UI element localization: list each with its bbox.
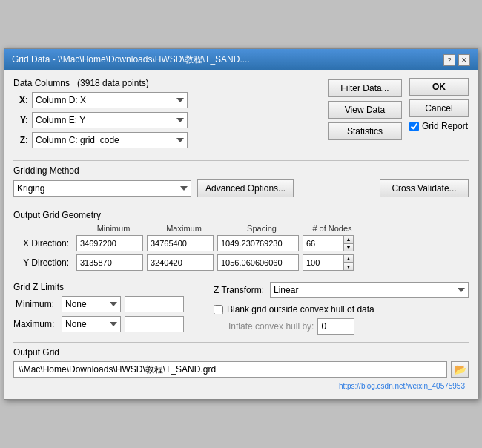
max-header: Maximum <box>151 224 217 233</box>
y-column-select[interactable]: Column E: Y <box>32 112 188 128</box>
gridding-method-row: Kriging Advanced Options... Cross Valida… <box>13 179 469 197</box>
x-direction-row: X Direction: ▲ ▼ <box>13 235 469 251</box>
x-nodes-container: ▲ ▼ <box>303 235 354 251</box>
y-max-input[interactable] <box>147 254 214 271</box>
z-limits-section: Grid Z Limits Minimum: None Maximum: Non… <box>13 282 206 336</box>
z-column-select[interactable]: Column C: grid_code <box>32 132 188 148</box>
output-grid-row: 📂 <box>13 361 469 378</box>
x-direction-label: X Direction: <box>13 238 73 248</box>
x-nodes-input[interactable] <box>303 235 343 251</box>
ok-button[interactable]: OK <box>409 78 469 96</box>
right-buttons: OK Cancel Grid Report <box>409 78 469 156</box>
x-row: X: Column D: X <box>13 92 320 108</box>
z-transform-row: Z Transform: Linear <box>214 282 469 298</box>
gridding-method-label: Gridding Method <box>13 165 469 176</box>
y-direction-label: Y Direction: <box>13 257 73 268</box>
y-nodes-spinner: ▲ ▼ <box>343 254 354 271</box>
top-area: Data Columns (3918 data points) X: Colum… <box>13 78 469 156</box>
grid-report-row: Grid Report <box>409 121 469 131</box>
gridding-method-section: Gridding Method Kriging Advanced Options… <box>13 165 469 197</box>
blank-grid-checkbox[interactable] <box>214 305 223 314</box>
y-nodes-input[interactable] <box>303 254 343 271</box>
z-transform-select[interactable]: Linear <box>270 282 469 298</box>
left-area: Data Columns (3918 data points) X: Colum… <box>13 78 320 156</box>
z-min-value-input[interactable] <box>125 296 184 312</box>
title-bar-controls: ? ✕ <box>443 54 470 66</box>
geometry-label: Output Grid Geometry <box>13 210 469 220</box>
x-nodes-up[interactable]: ▲ <box>343 235 354 243</box>
x-max-input[interactable] <box>147 235 214 251</box>
y-min-input[interactable] <box>76 254 143 271</box>
advanced-options-button[interactable]: Advanced Options... <box>197 179 294 197</box>
spacing-header: Spacing <box>221 224 303 233</box>
z-min-label: Minimum: <box>13 299 58 309</box>
output-grid-section: Output Grid 📂 <box>13 347 469 378</box>
data-columns-label: Data Columns (3918 data points) <box>13 78 320 88</box>
y-nodes-up[interactable]: ▲ <box>343 254 354 263</box>
gridding-method-select[interactable]: Kriging <box>13 180 191 197</box>
cancel-button[interactable]: Cancel <box>409 99 469 117</box>
blank-grid-row: Blank grid outside convex hull of data <box>214 304 469 314</box>
help-button[interactable]: ? <box>443 54 455 66</box>
geometry-header: Minimum Maximum Spacing # of Nodes <box>13 224 469 233</box>
grid-report-checkbox[interactable] <box>409 122 419 131</box>
statistics-button[interactable]: Statistics <box>328 122 402 140</box>
grid-report-label[interactable]: Grid Report <box>422 121 468 131</box>
bottom-area: Grid Z Limits Minimum: None Maximum: Non… <box>13 282 469 336</box>
z-max-select[interactable]: None <box>62 316 121 332</box>
inflate-label: Inflate convex hull by: <box>228 321 314 332</box>
x-spacing-input[interactable] <box>217 235 299 251</box>
divider-2 <box>13 205 469 205</box>
y-label: Y: <box>13 115 28 125</box>
dialog-title: Grid Data - \\Mac\Home\Downloads\HWSD\教程… <box>12 53 250 66</box>
inflate-input[interactable] <box>317 318 354 335</box>
y-nodes-container: ▲ ▼ <box>303 254 354 271</box>
x-nodes-spinner: ▲ ▼ <box>343 235 354 251</box>
main-dialog: Grid Data - \\Mac\Home\Downloads\HWSD\教程… <box>4 48 478 400</box>
view-data-button[interactable]: View Data <box>328 101 402 119</box>
data-columns-section: Data Columns (3918 data points) X: Colum… <box>13 78 320 148</box>
title-bar: Grid Data - \\Mac\Home\Downloads\HWSD\教程… <box>4 49 478 70</box>
divider-3 <box>13 277 469 277</box>
y-spacing-input[interactable] <box>217 254 299 271</box>
z-max-label: Maximum: <box>13 319 58 329</box>
z-label: Z: <box>13 135 28 145</box>
divider-1 <box>13 160 469 161</box>
browse-button[interactable]: 📂 <box>451 361 469 378</box>
z-max-row: Maximum: None <box>13 316 206 332</box>
z-transform-area: Z Transform: Linear Blank grid outside c… <box>214 282 469 336</box>
dialog-body: Data Columns (3918 data points) X: Colum… <box>4 70 478 399</box>
close-button[interactable]: ✕ <box>458 54 470 66</box>
z-min-row: Minimum: None <box>13 296 206 312</box>
x-min-input[interactable] <box>76 235 143 251</box>
blank-grid-label[interactable]: Blank grid outside convex hull of data <box>227 304 374 314</box>
geometry-section: Output Grid Geometry Minimum Maximum Spa… <box>13 210 469 271</box>
x-label: X: <box>13 95 28 105</box>
z-min-select[interactable]: None <box>62 296 121 312</box>
x-column-select[interactable]: Column D: X <box>32 92 188 108</box>
filter-data-button[interactable]: Filter Data... <box>328 79 402 97</box>
cross-validate-button[interactable]: Cross Validate... <box>380 179 469 197</box>
output-grid-input[interactable] <box>13 361 447 378</box>
z-limits-label: Grid Z Limits <box>13 282 206 292</box>
z-row: Z: Column C: grid_code <box>13 132 320 148</box>
z-transform-label: Z Transform: <box>214 285 264 295</box>
inflate-row: Inflate convex hull by: <box>214 318 469 335</box>
middle-buttons: Filter Data... View Data Statistics <box>328 78 402 156</box>
nodes-header: # of Nodes <box>306 224 358 233</box>
output-grid-label: Output Grid <box>13 347 469 358</box>
y-nodes-down[interactable]: ▼ <box>343 263 354 271</box>
divider-4 <box>13 342 469 343</box>
watermark: https://blog.csdn.net/weixin_40575953 <box>13 381 469 392</box>
y-row: Y: Column E: Y <box>13 112 320 128</box>
x-nodes-down[interactable]: ▼ <box>343 243 354 251</box>
min-header: Minimum <box>80 224 147 233</box>
y-direction-row: Y Direction: ▲ ▼ <box>13 254 469 271</box>
z-max-value-input[interactable] <box>125 316 184 332</box>
